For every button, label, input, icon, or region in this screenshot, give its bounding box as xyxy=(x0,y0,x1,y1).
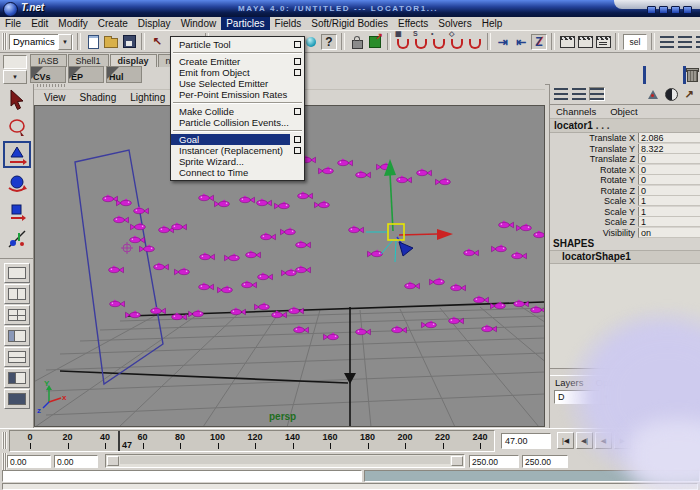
layout-outliner-persp-button[interactable] xyxy=(4,326,30,346)
new-scene-icon[interactable] xyxy=(85,34,101,50)
quick-layout-2-icon[interactable] xyxy=(677,34,693,50)
option-box-icon[interactable] xyxy=(294,147,301,154)
mask-dynamics-icon[interactable] xyxy=(303,34,319,50)
selected-object-name[interactable]: locator1 . . . xyxy=(550,119,700,133)
channel-box-menu-channels[interactable]: Channels xyxy=(556,106,596,117)
selection-input-field[interactable]: sel xyxy=(623,34,647,50)
shelf-item-ep[interactable]: EP xyxy=(68,66,104,83)
menu-file[interactable]: File xyxy=(0,17,26,30)
quick-layout-3-icon[interactable] xyxy=(695,34,700,50)
toolbar-grip[interactable] xyxy=(2,33,7,50)
snap-to-planes-icon[interactable]: ◇ xyxy=(449,34,465,50)
layer-display-dropdown[interactable]: D ▼ xyxy=(554,390,614,404)
channel-display-mode-2-icon[interactable] xyxy=(571,87,587,101)
viewport-menu-lighting[interactable]: Lighting xyxy=(130,92,165,103)
shelf-item-cvs[interactable]: CVs xyxy=(30,66,66,83)
quick-layout-1-icon[interactable] xyxy=(659,34,675,50)
animation-end-field[interactable]: 250.00 xyxy=(522,455,568,468)
menu-item-particle-collision-events-[interactable]: Particle Collision Events... xyxy=(171,117,304,128)
move-manipulator[interactable] xyxy=(366,159,453,262)
input-connections-icon[interactable]: ⇥ xyxy=(495,34,511,50)
menu-item-sprite-wizard-[interactable]: Sprite Wizard... xyxy=(171,156,304,167)
title-bar[interactable]: T.net MAYA 4.0: /UNTITLED --- LOCATOR1..… xyxy=(0,0,700,17)
close-button[interactable] xyxy=(683,6,692,14)
option-box-icon[interactable] xyxy=(294,58,301,65)
snap-to-grids-icon[interactable]: ▦ xyxy=(395,34,411,50)
chevron-down-icon[interactable]: ▼ xyxy=(599,389,613,405)
menu-edit[interactable]: Edit xyxy=(26,17,53,30)
maximize-button[interactable] xyxy=(671,6,680,14)
channel-value-field[interactable]: 0 xyxy=(638,175,700,185)
emitter-plane[interactable] xyxy=(75,150,163,384)
channel-value-field[interactable]: 1 xyxy=(638,207,700,217)
range-start-handle[interactable] xyxy=(107,456,119,466)
menu-item-use-selected-emitter[interactable]: Use Selected Emitter xyxy=(171,78,304,89)
select-tool-button[interactable] xyxy=(3,85,31,112)
menu-item-particle-tool[interactable]: Particle Tool xyxy=(171,39,304,50)
channel-value-field[interactable]: 0 xyxy=(638,186,700,196)
option-box-icon[interactable] xyxy=(294,69,301,76)
channel-display-mode-1-icon[interactable] xyxy=(553,87,569,101)
minimize-button[interactable] xyxy=(647,6,656,14)
menu-display[interactable]: Display xyxy=(133,17,176,30)
render-globals-icon[interactable] xyxy=(595,34,611,50)
channel-value-field[interactable]: on xyxy=(638,228,700,238)
menu-effects[interactable]: Effects xyxy=(393,17,433,30)
output-connections-icon[interactable]: ⇤ xyxy=(513,34,529,50)
step-forward-button[interactable]: |▶ xyxy=(633,432,650,449)
layout-two-stacked-button[interactable] xyxy=(4,347,30,367)
layout-two-side-button[interactable] xyxy=(4,284,30,304)
menu-create[interactable]: Create xyxy=(93,17,133,30)
select-by-hierarchy-icon[interactable]: ↖ xyxy=(149,34,165,50)
play-backwards-button[interactable]: ◀ xyxy=(595,432,612,449)
layers-menu-layers[interactable]: Layers xyxy=(555,377,584,388)
menu-set-selector[interactable]: Dynamics ▼ xyxy=(9,34,73,50)
trash-icon[interactable] xyxy=(686,67,697,80)
show-manipulator-tool-button[interactable] xyxy=(3,225,31,252)
channel-display-mode-3-icon[interactable] xyxy=(589,87,605,101)
shelf-item-hul[interactable]: Hul xyxy=(106,66,142,83)
channel-value-field[interactable]: 1 xyxy=(638,217,700,227)
option-box-icon[interactable] xyxy=(294,136,301,143)
play-forwards-button[interactable]: ▶ xyxy=(614,432,631,449)
current-time-field[interactable]: 47.00 xyxy=(501,433,551,449)
menu-window[interactable]: Window xyxy=(176,17,222,30)
chevron-down-icon[interactable]: ▼ xyxy=(58,34,72,50)
color-index-icon[interactable] xyxy=(645,87,661,101)
make-live-icon[interactable] xyxy=(467,34,483,50)
menu-item-goal[interactable]: Goal xyxy=(171,134,304,145)
shelf-tab-arrow-icon[interactable]: ▼ xyxy=(3,70,27,84)
channel-value-field[interactable]: 2.086 xyxy=(638,133,700,143)
mask-misc-icon[interactable]: ? xyxy=(321,34,337,50)
shape-node-name[interactable]: locatorShape1 xyxy=(550,250,700,264)
toolbar-grip[interactable] xyxy=(2,432,7,449)
menu-item-instancer-replacement-[interactable]: Instancer (Replacement) xyxy=(171,145,304,156)
range-end-handle[interactable] xyxy=(451,456,463,466)
highlight-selection-icon[interactable] xyxy=(367,34,383,50)
menu-item-make-collide[interactable]: Make Collide xyxy=(171,106,304,117)
menu-fields[interactable]: Fields xyxy=(270,17,307,30)
animation-start-field[interactable]: 0.00 xyxy=(7,455,51,468)
channel-value-field[interactable]: 8.322 xyxy=(638,144,700,154)
menu-particles[interactable]: Particles xyxy=(221,17,269,30)
playback-start-field[interactable]: 0.00 xyxy=(54,455,98,468)
scale-tool-button[interactable] xyxy=(3,197,31,224)
menu-item-connect-to-time[interactable]: Connect to Time xyxy=(171,167,304,178)
restore-button[interactable] xyxy=(659,6,668,14)
lasso-tool-button[interactable] xyxy=(3,113,31,140)
menu-item-create-emitter[interactable]: Create Emitter xyxy=(171,56,304,67)
save-scene-icon[interactable] xyxy=(121,34,137,50)
go-to-start-button[interactable]: |◀ xyxy=(557,432,574,449)
snap-to-points-icon[interactable]: • xyxy=(431,34,447,50)
move-tool-button[interactable] xyxy=(3,141,31,168)
channel-value-field[interactable]: 0 xyxy=(638,165,700,175)
option-box-icon[interactable] xyxy=(294,41,301,48)
layout-single-button[interactable] xyxy=(4,263,30,283)
lock-selection-icon[interactable] xyxy=(349,34,365,50)
viewport-menu-view[interactable]: View xyxy=(44,92,66,103)
render-frame-icon[interactable] xyxy=(559,34,575,50)
contrast-display-icon[interactable] xyxy=(663,87,679,101)
menu-soft-rigid-bodies[interactable]: Soft/Rigid Bodies xyxy=(306,17,393,30)
go-to-end-button[interactable]: ▶| xyxy=(652,432,669,449)
slider-speed-icon[interactable]: ↗ xyxy=(681,87,697,101)
